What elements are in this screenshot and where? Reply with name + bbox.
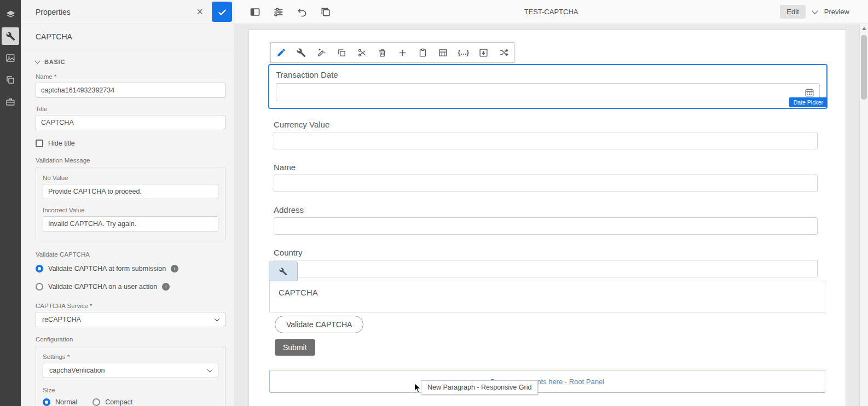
size-label: Size bbox=[43, 387, 218, 393]
edit-rules-button[interactable] bbox=[311, 43, 332, 62]
field-country[interactable]: Country bbox=[274, 248, 818, 277]
side-panel-toggle-button[interactable] bbox=[250, 7, 261, 18]
incorrect-value-label: Incorrect Value bbox=[43, 207, 218, 213]
size-options: Normal Compact bbox=[43, 398, 218, 406]
captcha-service-label: CAPTCHA Service * bbox=[36, 303, 225, 309]
name-field-label: Name * bbox=[36, 73, 225, 80]
side-rail bbox=[0, 0, 21, 406]
validate-option-row-1: Validate CAPTCHA at form submission i bbox=[36, 265, 225, 272]
captcha-component-label: CAPTCHA bbox=[279, 288, 816, 297]
properties-title: Properties bbox=[36, 8, 71, 16]
size-normal-radio[interactable] bbox=[43, 398, 50, 406]
field-currency-value[interactable]: Currency Value bbox=[274, 120, 818, 149]
confirm-button[interactable] bbox=[212, 2, 232, 22]
rail-item-components[interactable] bbox=[2, 71, 19, 89]
layers-icon bbox=[5, 9, 16, 20]
edit-mode-button[interactable]: Edit bbox=[780, 5, 805, 19]
basic-accordion-label: BASIC bbox=[44, 59, 65, 65]
validation-message-group: Validation Message No Value Incorrect Va… bbox=[36, 157, 225, 241]
validation-message-label: Validation Message bbox=[36, 157, 225, 164]
field-address[interactable]: Address bbox=[274, 205, 818, 235]
validate-option-row-2: Validate CAPTCHA on a user action i bbox=[36, 283, 225, 291]
size-compact-label: Compact bbox=[105, 398, 132, 406]
captcha-service-select[interactable]: reCAPTCHA bbox=[36, 312, 225, 327]
scrollbar-thumb[interactable] bbox=[861, 35, 867, 100]
delete-button[interactable] bbox=[372, 43, 392, 62]
wrench-icon bbox=[279, 268, 287, 276]
address-input[interactable] bbox=[274, 217, 818, 235]
edit-button[interactable] bbox=[271, 43, 291, 62]
transaction-date-input[interactable] bbox=[276, 83, 820, 101]
group-button[interactable] bbox=[433, 43, 453, 62]
size-compact-radio[interactable] bbox=[92, 398, 100, 406]
info-icon[interactable]: i bbox=[171, 265, 178, 272]
top-bar: TEST-CAPTCHA Edit Preview bbox=[234, 0, 868, 24]
cut-button[interactable] bbox=[352, 43, 372, 62]
name-input[interactable] bbox=[274, 175, 818, 192]
rail-item-toolbox[interactable] bbox=[2, 93, 19, 111]
cut-icon bbox=[357, 48, 367, 57]
preferences-icon bbox=[273, 7, 284, 18]
configuration-box: Settings * capchaVerification Size Norma… bbox=[36, 346, 225, 406]
incorrect-value-input[interactable] bbox=[43, 216, 218, 231]
rail-item-content[interactable] bbox=[2, 5, 19, 23]
preferences-button[interactable] bbox=[273, 7, 284, 18]
copy-button[interactable] bbox=[332, 43, 352, 62]
validate-captcha-label: Validate CAPTCHA bbox=[36, 251, 225, 258]
replace-button[interactable] bbox=[494, 43, 514, 62]
validate-on-submit-label: Validate CAPTCHA at form submission bbox=[48, 265, 166, 272]
top-bar-right: Edit Preview bbox=[780, 5, 860, 19]
validate-on-action-radio[interactable] bbox=[36, 283, 43, 291]
settings-value: capchaVerification bbox=[49, 367, 105, 374]
undo-button[interactable] bbox=[297, 7, 308, 18]
validate-captcha-button[interactable]: Validate CAPTCHA bbox=[275, 316, 363, 333]
no-value-label: No Value bbox=[43, 175, 218, 181]
size-normal-row: Normal bbox=[43, 398, 77, 406]
submit-button[interactable]: Submit bbox=[275, 339, 315, 356]
save-fragment-button[interactable] bbox=[473, 43, 494, 62]
rail-item-assets[interactable] bbox=[2, 49, 19, 67]
vertical-scrollbar[interactable] bbox=[859, 24, 868, 406]
hide-title-checkbox[interactable] bbox=[36, 140, 43, 147]
chevron-down-icon bbox=[207, 367, 213, 373]
chevron-down-icon[interactable] bbox=[812, 8, 818, 14]
basic-accordion[interactable]: BASIC bbox=[36, 49, 225, 66]
size-compact-row: Compact bbox=[92, 398, 132, 406]
currency-value-input[interactable] bbox=[274, 132, 818, 149]
no-value-group: No Value bbox=[43, 175, 218, 199]
name-field-input[interactable] bbox=[36, 83, 225, 98]
country-input[interactable] bbox=[274, 260, 818, 277]
validation-message-box: No Value Incorrect Value bbox=[36, 167, 225, 241]
hide-title-label: Hide title bbox=[48, 140, 75, 147]
settings-select[interactable]: capchaVerification bbox=[43, 363, 218, 378]
insert-button[interactable] bbox=[392, 43, 413, 62]
component-type-badge: Date Picker bbox=[789, 97, 828, 107]
scroll-up-arrow-icon[interactable] bbox=[860, 24, 868, 33]
duplicate-icon bbox=[320, 7, 331, 18]
main-column: TEST-CAPTCHA Edit Preview bbox=[234, 0, 868, 406]
validate-on-submit-radio[interactable] bbox=[36, 265, 43, 272]
settings-label: Settings * bbox=[43, 353, 218, 360]
captcha-component[interactable]: CAPTCHA bbox=[269, 281, 825, 312]
rail-item-properties[interactable] bbox=[2, 27, 19, 45]
expression-button[interactable]: {…} bbox=[453, 43, 473, 62]
title-field-label: Title bbox=[36, 106, 225, 112]
address-label: Address bbox=[274, 205, 818, 214]
info-icon[interactable]: i bbox=[162, 283, 170, 291]
title-field-input[interactable] bbox=[36, 115, 225, 130]
duplicate-button[interactable] bbox=[320, 7, 331, 18]
incorrect-value-group: Incorrect Value bbox=[43, 207, 218, 231]
close-icon[interactable]: × bbox=[196, 6, 203, 17]
size-normal-label: Normal bbox=[55, 398, 77, 406]
editor-canvas: {…} Transaction Date bbox=[234, 24, 868, 406]
root-panel-dropzone[interactable]: Drag components here - Root Panel bbox=[269, 370, 825, 393]
app-root: Properties × CAPTCHA BASIC Name * Title bbox=[0, 0, 868, 406]
configuration-group: Configuration Settings * capchaVerificat… bbox=[36, 336, 225, 406]
no-value-input[interactable] bbox=[43, 184, 218, 199]
replace-icon bbox=[499, 48, 509, 57]
field-name[interactable]: Name bbox=[274, 163, 818, 192]
preview-button[interactable]: Preview bbox=[824, 8, 849, 16]
configure-button[interactable] bbox=[291, 43, 311, 62]
selected-component-transaction-date[interactable]: Transaction Date Date Picker bbox=[268, 64, 828, 109]
paste-button[interactable] bbox=[413, 43, 433, 62]
